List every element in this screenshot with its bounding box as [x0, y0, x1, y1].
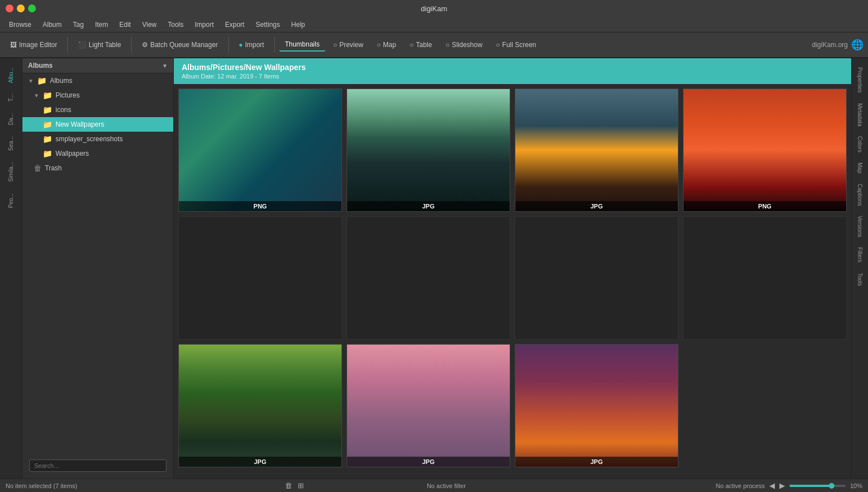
status-process: No active process: [716, 482, 765, 489]
left-tab-albums[interactable]: Albu...: [6, 63, 16, 87]
menu-item-album[interactable]: Album: [37, 18, 67, 31]
status-right: No active process ◀ ▶ 10%: [589, 481, 862, 490]
thumbnail-empty-4: [683, 216, 847, 340]
minimize-button[interactable]: [17, 4, 25, 12]
thumbnail-image-2: [347, 89, 510, 211]
toolbar-table[interactable]: ○ Table: [404, 39, 437, 51]
import-icon: ●: [239, 41, 243, 49]
status-icon-trash[interactable]: 🗑: [285, 481, 292, 490]
thumbnail-label-2: JPG: [347, 201, 510, 211]
thumbnail-empty-2: [347, 216, 510, 340]
toolbar-preview[interactable]: ○ Preview: [327, 39, 369, 51]
toolbar-light-table[interactable]: ⬛ Light Table: [72, 39, 127, 51]
thumbnail-label-7: JPG: [515, 457, 678, 467]
thumbnail-2[interactable]: JPG: [347, 89, 510, 212]
album-path: Albums/Pictures/New Wallpapers: [182, 63, 843, 72]
zoom-slider[interactable]: [789, 485, 846, 487]
light-table-icon: ⬛: [78, 41, 86, 49]
status-icon-grid[interactable]: ⊞: [298, 481, 304, 490]
tree-item-albums-root[interactable]: ▼ 📁 Albums: [22, 73, 173, 88]
menu-item-tag[interactable]: Tag: [67, 18, 89, 31]
right-tab-colors[interactable]: Colors: [855, 132, 865, 157]
main-area: Albu... T... Da... Sea... Simila... Peo.…: [0, 58, 868, 479]
toolbar-import[interactable]: ● Import: [233, 39, 270, 51]
tree-item-smplayer[interactable]: 📁 smplayer_screenshots: [22, 132, 173, 146]
menu-item-browse[interactable]: Browse: [3, 18, 37, 31]
left-tab-similar[interactable]: Simila...: [6, 157, 16, 187]
tree-item-new-wallpapers[interactable]: 📁 New Wallpapers: [22, 117, 173, 132]
right-tab-captions[interactable]: Captions: [855, 179, 865, 210]
content-area: Albums/Pictures/New Wallpapers Album Dat…: [174, 58, 851, 479]
menu-item-edit[interactable]: Edit: [114, 18, 137, 31]
folder-icon-wallpapers: 📁: [43, 149, 52, 158]
left-tab-search[interactable]: Sea...: [6, 132, 16, 155]
toolbar-slideshow[interactable]: ○ Slideshow: [440, 39, 488, 51]
menu-item-settings[interactable]: Settings: [250, 18, 285, 31]
thumbnail-label-5: JPG: [179, 457, 341, 467]
status-selected: No item selected (7 items): [6, 482, 279, 489]
left-tab-tags[interactable]: T...: [6, 90, 16, 106]
right-panel: Properties Metadata Colors Map Captions …: [851, 58, 868, 479]
thumbnail-4[interactable]: PNG: [683, 89, 847, 212]
left-tab-dates[interactable]: Da...: [6, 109, 16, 129]
app-title: digiKam: [421, 4, 447, 13]
thumbnail-label-6: JPG: [347, 457, 510, 467]
menu-item-help[interactable]: Help: [285, 18, 311, 31]
globe-icon: 🌐: [851, 39, 864, 51]
thumbnail-label-1: PNG: [179, 201, 341, 211]
status-icon-next[interactable]: ▶: [779, 481, 785, 490]
folder-icon-pictures: 📁: [43, 91, 52, 100]
toolbar: 🖼 Image Editor ⬛ Light Table ⚙ Batch Que…: [0, 33, 868, 58]
thumbnail-label-4: PNG: [684, 201, 846, 211]
digikam-org-link[interactable]: digiKam.org 🌐: [812, 39, 864, 51]
thumbnail-image-7: [515, 345, 678, 467]
right-tab-map[interactable]: Map: [855, 158, 865, 178]
trash-icon: 🗑: [34, 164, 41, 173]
tree-item-wallpapers[interactable]: 📁 Wallpapers: [22, 146, 173, 161]
thumbnail-image-6: [347, 345, 510, 467]
folder-icon-smplayer: 📁: [43, 134, 52, 143]
right-tab-tools[interactable]: Tools: [855, 268, 865, 290]
thumbnail-6[interactable]: JPG: [347, 344, 510, 467]
albums-header-arrow[interactable]: ▼: [162, 63, 168, 69]
menu-item-tools[interactable]: Tools: [162, 18, 189, 31]
folder-icon-icons: 📁: [43, 105, 52, 114]
thumbnail-5[interactable]: JPG: [178, 344, 342, 467]
right-tab-properties[interactable]: Properties: [855, 63, 865, 98]
maximize-button[interactable]: [28, 4, 36, 12]
thumbnail-7[interactable]: JPG: [515, 344, 678, 467]
menubar: BrowseAlbumTagItemEditViewToolsImportExp…: [0, 17, 868, 33]
fullscreen-icon: ○: [496, 41, 500, 49]
tree-item-pictures[interactable]: ▼ 📁 Pictures: [22, 88, 173, 103]
thumbnail-label-3: JPG: [515, 201, 678, 211]
right-tab-versions[interactable]: Versions: [855, 211, 865, 242]
toolbar-separator-2: [131, 37, 132, 53]
status-icon-prev[interactable]: ◀: [769, 481, 775, 490]
albums-sidebar-header: Albums ▼: [22, 58, 173, 73]
menu-item-view[interactable]: View: [136, 18, 162, 31]
menu-item-item[interactable]: Item: [89, 18, 113, 31]
toolbar-batch-queue[interactable]: ⚙ Batch Queue Manager: [136, 39, 224, 51]
thumbnail-empty-3: [515, 216, 678, 340]
right-tab-filters[interactable]: Filters: [855, 243, 865, 267]
thumbnail-image-5: [179, 345, 341, 467]
right-tab-metadata[interactable]: Metadata: [855, 99, 865, 131]
menu-item-import[interactable]: Import: [189, 18, 219, 31]
toolbar-thumbnails[interactable]: Thumbnails: [279, 38, 325, 52]
left-tab-people[interactable]: Peo...: [6, 189, 16, 212]
search-input[interactable]: [29, 459, 167, 472]
thumbnail-1[interactable]: PNG: [178, 89, 342, 212]
thumbnail-3[interactable]: JPG: [515, 89, 678, 212]
status-zoom: 10%: [850, 482, 862, 489]
tree-item-icons[interactable]: 📁 icons: [22, 103, 173, 117]
toolbar-image-editor[interactable]: 🖼 Image Editor: [4, 39, 63, 51]
toolbar-fullscreen[interactable]: ○ Full Screen: [490, 39, 542, 51]
album-info: Album Date: 12 mar. 2019 - 7 Items: [182, 73, 843, 80]
tree-item-trash[interactable]: 🗑 Trash: [22, 161, 173, 175]
toolbar-map[interactable]: ○ Map: [371, 39, 402, 51]
thumbnail-image-4: [684, 89, 846, 211]
folder-icon-new-wallpapers: 📁: [43, 120, 52, 129]
close-button[interactable]: [6, 4, 13, 12]
albums-sidebar: Albums ▼ ▼ 📁 Albums ▼ 📁 Pictures 📁 icons…: [22, 58, 174, 479]
menu-item-export[interactable]: Export: [219, 18, 250, 31]
